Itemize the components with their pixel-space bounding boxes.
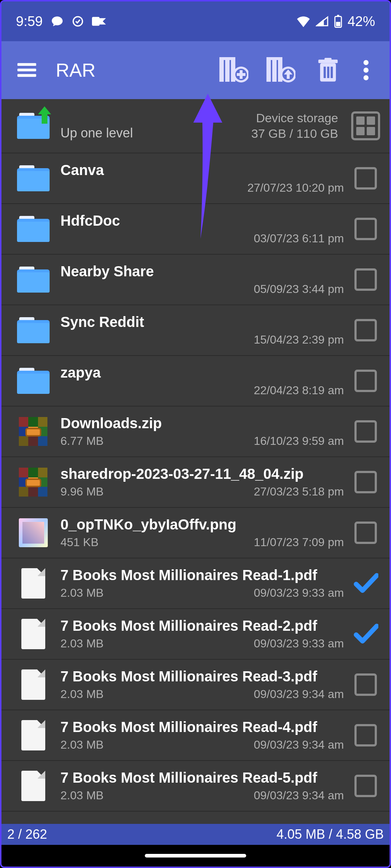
file-date: 03/07/23 6:11 pm xyxy=(254,232,344,245)
file-size: 2.03 MB xyxy=(60,637,104,650)
up-label: Up one level xyxy=(60,125,133,141)
checkbox[interactable] xyxy=(351,164,380,193)
doc-icon xyxy=(16,771,50,800)
home-indicator[interactable] xyxy=(145,854,246,858)
svg-point-30 xyxy=(363,75,369,80)
battery-percent: 42% xyxy=(348,14,375,29)
folder-icon xyxy=(16,164,50,193)
svg-rect-3 xyxy=(337,15,339,17)
svg-rect-1 xyxy=(92,17,100,26)
sync-icon xyxy=(72,15,84,27)
file-name: sharedrop-2023-03-27-11_48_04.zip xyxy=(60,466,344,482)
list-item[interactable]: 7 Books Most Millionaires Read-4.pdf2.03… xyxy=(1,710,390,761)
file-size: 2.03 MB xyxy=(60,738,104,752)
file-date: 22/04/23 8:19 am xyxy=(254,384,344,397)
checkbox[interactable] xyxy=(351,316,380,345)
doc-icon xyxy=(16,620,50,648)
file-size: 9.96 MB xyxy=(60,485,104,498)
file-size: 451 KB xyxy=(60,536,98,549)
file-name: 7 Books Most Millionaires Read-4.pdf xyxy=(60,719,344,735)
file-size: 2.03 MB xyxy=(60,688,104,701)
file-date: 16/10/23 9:59 am xyxy=(254,434,344,448)
up-one-level-row[interactable]: Up one level Device storage 37 GB / 110 … xyxy=(1,99,390,153)
checkbox[interactable] xyxy=(351,417,380,446)
image-icon xyxy=(16,518,50,547)
checkbox[interactable] xyxy=(351,366,380,395)
battery-icon xyxy=(334,15,342,28)
app-toolbar: RAR xyxy=(1,41,390,99)
file-date: 09/03/23 9:34 am xyxy=(254,789,344,802)
folder-icon xyxy=(16,214,50,243)
list-item[interactable]: Canva27/07/23 10:20 pm xyxy=(1,153,390,204)
svg-rect-16 xyxy=(266,59,271,82)
file-date: 09/03/23 9:34 am xyxy=(254,688,344,701)
checkbox[interactable] xyxy=(351,771,380,800)
svg-rect-5 xyxy=(17,63,36,66)
doc-icon xyxy=(16,670,50,699)
svg-rect-9 xyxy=(225,59,230,82)
folder-icon xyxy=(16,265,50,294)
chat-icon xyxy=(51,15,64,28)
svg-rect-11 xyxy=(219,57,235,60)
selection-footer: 2 / 262 4.05 MB / 4.58 GB xyxy=(1,824,390,845)
file-date: 27/07/23 10:20 pm xyxy=(247,181,344,195)
list-item[interactable]: zapya22/04/23 8:19 am xyxy=(1,356,390,407)
storage-value: 37 GB / 110 GB xyxy=(251,127,338,141)
archive-icon xyxy=(16,417,50,446)
file-size: 2.03 MB xyxy=(60,789,104,802)
svg-rect-24 xyxy=(324,58,331,60)
list-item[interactable]: HdfcDoc03/07/23 6:11 pm xyxy=(1,204,390,255)
checkbox[interactable] xyxy=(351,468,380,497)
list-item[interactable]: 7 Books Most Millionaires Read-1.pdf2.03… xyxy=(1,558,390,609)
file-name: Canva xyxy=(60,162,344,178)
file-size: 2.03 MB xyxy=(60,586,104,600)
checkbox[interactable] xyxy=(351,721,380,750)
svg-rect-8 xyxy=(219,59,224,82)
checkbox[interactable] xyxy=(351,569,380,598)
checkbox[interactable] xyxy=(351,518,380,547)
extract-archive-button[interactable] xyxy=(259,52,303,88)
add-archive-button[interactable] xyxy=(212,52,256,88)
svg-rect-19 xyxy=(266,57,282,60)
list-item[interactable]: 7 Books Most Millionaires Read-2.pdf2.03… xyxy=(1,609,390,660)
list-item[interactable]: 0_opTNKo_ybyIaOffv.png451 KB11/07/23 7:0… xyxy=(1,508,390,558)
selection-count: 2 / 262 xyxy=(7,827,47,842)
file-name: Downloads.zip xyxy=(60,415,344,431)
list-item[interactable]: Sync Reddit15/04/23 2:39 pm xyxy=(1,305,390,356)
wifi-icon xyxy=(296,16,311,27)
navigation-bar xyxy=(1,845,390,867)
checkbox[interactable] xyxy=(351,265,380,294)
checkbox[interactable] xyxy=(351,214,380,243)
outlook-icon xyxy=(92,15,107,27)
svg-rect-17 xyxy=(272,59,277,82)
svg-rect-27 xyxy=(331,67,333,78)
doc-icon xyxy=(16,569,50,598)
delete-button[interactable] xyxy=(306,52,350,88)
status-bar: 9:59 42% xyxy=(1,1,390,41)
list-item[interactable]: Downloads.zip6.77 MB16/10/23 9:59 am xyxy=(1,407,390,457)
file-name: Nearby Share xyxy=(60,263,344,280)
list-item[interactable]: Nearby Share05/09/23 3:44 pm xyxy=(1,255,390,305)
folder-icon xyxy=(16,366,50,395)
file-date: 27/03/23 5:18 pm xyxy=(254,485,344,498)
checkbox[interactable] xyxy=(351,670,380,699)
svg-rect-26 xyxy=(327,67,329,78)
list-item[interactable]: 7 Books Most Millionaires Read-5.pdf2.03… xyxy=(1,761,390,812)
overflow-menu-button[interactable] xyxy=(353,52,379,88)
file-size: 6.77 MB xyxy=(60,434,104,448)
file-date: 09/03/23 9:33 am xyxy=(254,637,344,650)
file-date: 15/04/23 2:39 pm xyxy=(254,333,344,346)
svg-rect-25 xyxy=(324,67,326,78)
svg-rect-6 xyxy=(17,69,36,72)
checkbox[interactable] xyxy=(351,620,380,648)
menu-button[interactable] xyxy=(12,56,41,85)
list-item[interactable]: 7 Books Most Millionaires Read-3.pdf2.03… xyxy=(1,660,390,710)
up-folder-icon xyxy=(16,111,50,140)
grid-view-toggle[interactable] xyxy=(351,111,380,140)
svg-rect-7 xyxy=(17,74,36,77)
file-list[interactable]: Up one level Device storage 37 GB / 110 … xyxy=(1,99,390,824)
file-name: 7 Books Most Millionaires Read-5.pdf xyxy=(60,770,344,786)
storage-label: Device storage xyxy=(256,111,338,125)
list-item[interactable]: sharedrop-2023-03-27-11_48_04.zip9.96 MB… xyxy=(1,457,390,508)
svg-rect-15 xyxy=(237,73,245,76)
